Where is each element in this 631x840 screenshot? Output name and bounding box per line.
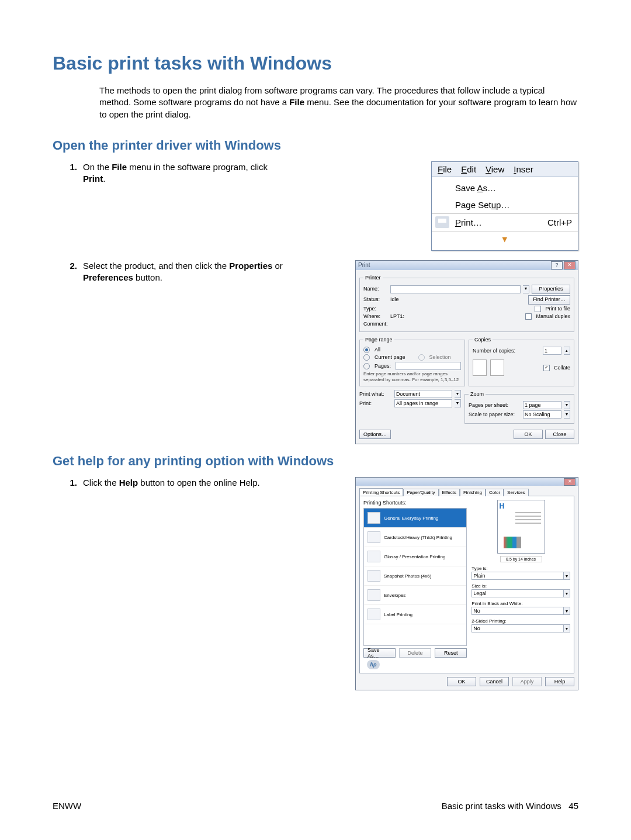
chevron-down-icon[interactable]: ▼ <box>564 589 570 597</box>
tab-printing-shortcuts[interactable]: Printing Shortcuts <box>359 488 403 496</box>
pages-input[interactable] <box>396 362 461 370</box>
paper-dimensions: 8.5 by 14 inches <box>500 556 542 562</box>
apply-button[interactable]: Apply <box>512 677 542 686</box>
print-accelerator: Ctrl+P <box>536 217 572 227</box>
collate-label: Collate <box>554 365 570 371</box>
menu-item-print[interactable]: Print…Print… Ctrl+P <box>432 213 578 231</box>
print-to-file-label: Print to file <box>545 306 570 312</box>
chevron-down-icon[interactable]: ▼ <box>564 624 570 632</box>
envelope-icon <box>367 589 380 601</box>
scale-select[interactable]: No Scaling <box>523 410 561 419</box>
photo-icon <box>367 570 380 582</box>
current-page-radio[interactable] <box>363 354 370 361</box>
pages-radio[interactable] <box>363 363 370 369</box>
menu-item-save-as[interactable]: Save As…Save As… <box>432 179 578 196</box>
printer-icon <box>435 216 449 228</box>
step-number: 1. <box>53 161 83 185</box>
shortcut-photos[interactable]: Snapshot Photos (4x6) <box>364 566 466 586</box>
help-button[interactable]: Help <box>545 677 574 686</box>
spinner-icon[interactable]: ▴ <box>564 347 570 355</box>
type-label: Type: <box>363 306 388 312</box>
size-is-label: Size is: <box>471 583 570 589</box>
menu-view[interactable]: ViewView <box>486 164 504 174</box>
selection-label: Selection <box>429 354 451 361</box>
tab-services[interactable]: Services <box>504 489 529 496</box>
num-copies-input[interactable]: 1 <box>543 347 561 355</box>
step-number: 2. <box>53 260 83 284</box>
tab-effects[interactable]: Effects <box>439 489 460 496</box>
pages-per-sheet-select[interactable]: 1 page <box>523 401 561 409</box>
print-to-file-checkbox[interactable] <box>535 306 541 312</box>
print-what-select[interactable]: Document <box>394 390 452 398</box>
footer-left: ENWW <box>53 801 81 811</box>
shortcut-cardstock[interactable]: Cardstock/Heavy (Thick) Printing <box>364 528 466 547</box>
printer-legend: Printer <box>363 275 383 281</box>
chevron-down-icon[interactable]: ▼ <box>564 572 570 580</box>
properties-button[interactable]: Properties <box>532 285 570 294</box>
bw-select[interactable]: No <box>471 607 564 615</box>
hp-logo-icon: hp <box>367 660 380 669</box>
pages-hint: Enter page numbers and/or page ranges se… <box>363 371 461 382</box>
close-icon[interactable]: ✕ <box>564 261 575 269</box>
collate-checkbox[interactable]: ✓ <box>543 365 550 371</box>
all-label: All <box>375 347 380 353</box>
manual-duplex-checkbox[interactable] <box>525 313 532 320</box>
chevron-down-icon[interactable]: ▼ <box>455 390 461 398</box>
intro-paragraph: The methods to open the print dialog fro… <box>99 85 578 120</box>
shortcut-envelopes[interactable]: Envelopes <box>364 586 466 605</box>
tab-finishing[interactable]: Finishing <box>460 489 486 496</box>
all-radio[interactable] <box>363 347 370 353</box>
shortcut-general[interactable]: General Everyday Printing <box>364 509 466 528</box>
close-button[interactable]: Close <box>545 430 574 439</box>
chevron-down-icon[interactable]: ▼ <box>455 399 461 407</box>
step-text: On the File menu in the software program… <box>83 161 286 185</box>
twosided-select[interactable]: No <box>471 624 564 632</box>
close-icon[interactable]: ✕ <box>564 478 575 486</box>
reset-button[interactable]: Reset <box>435 648 467 658</box>
footer-right: Basic print tasks with Windows 45 <box>442 801 578 811</box>
step-number: 1. <box>53 477 83 489</box>
chevron-down-icon[interactable]: ▼ <box>523 285 529 293</box>
printer-name-select[interactable] <box>390 285 521 293</box>
page-range-legend: Page range <box>363 337 394 343</box>
size-select[interactable]: Legal <box>471 589 564 597</box>
copies-legend: Copies <box>473 337 493 343</box>
pages-per-sheet-label: Pages per sheet: <box>469 402 521 409</box>
chevron-down-icon[interactable]: ▼ <box>564 410 570 419</box>
menu-expand-icon[interactable]: ▾ <box>432 231 578 248</box>
shortcut-glossy[interactable]: Glossy / Presentation Printing <box>364 547 466 566</box>
help-icon[interactable]: ? <box>551 261 563 269</box>
options-button[interactable]: Options… <box>359 430 391 439</box>
current-page-label: Current page <box>375 354 405 361</box>
manual-duplex-label: Manual duplex <box>536 313 570 320</box>
chevron-down-icon[interactable]: ▼ <box>564 401 570 409</box>
shortcut-labels[interactable]: Label Printing <box>364 605 466 624</box>
where-label: Where: <box>363 313 388 320</box>
status-value: Idle <box>390 296 399 303</box>
twosided-label: 2-Sided Printing: <box>471 618 570 624</box>
type-select[interactable]: Plain <box>471 572 564 580</box>
pages-label: Pages: <box>375 363 391 369</box>
ok-button[interactable]: OK <box>447 677 476 686</box>
selection-radio <box>418 354 425 361</box>
step-text: Click the Help button to open the online… <box>83 477 286 489</box>
cancel-button[interactable]: Cancel <box>480 677 509 686</box>
zoom-legend: Zoom <box>469 391 486 397</box>
shortcut-list[interactable]: General Everyday Printing Cardstock/Heav… <box>363 508 467 646</box>
tab-paper-quality[interactable]: Paper/Quality <box>403 489 438 496</box>
section-open-driver: Open the printer driver with Windows <box>53 138 578 153</box>
ok-button[interactable]: OK <box>514 430 543 439</box>
menu-insert[interactable]: InserInser <box>514 164 533 174</box>
card-icon <box>367 531 380 543</box>
delete-button[interactable]: Delete <box>399 648 431 658</box>
save-as-button[interactable]: Save As… <box>363 648 396 658</box>
chevron-down-icon[interactable]: ▼ <box>564 607 570 615</box>
print-scope-select[interactable]: All pages in range <box>394 399 452 407</box>
page-preview: H <box>497 500 545 554</box>
menu-item-page-setup[interactable]: Page Setup…Page Setup… <box>432 196 578 213</box>
menu-file[interactable]: FFileile <box>438 164 452 174</box>
menu-edit[interactable]: EditEdit <box>461 164 476 174</box>
tab-color[interactable]: Color <box>486 489 504 496</box>
properties-dialog-screenshot: ✕ Printing Shortcuts Paper/Quality Effec… <box>355 477 578 690</box>
find-printer-button[interactable]: Find Printer… <box>528 295 570 305</box>
